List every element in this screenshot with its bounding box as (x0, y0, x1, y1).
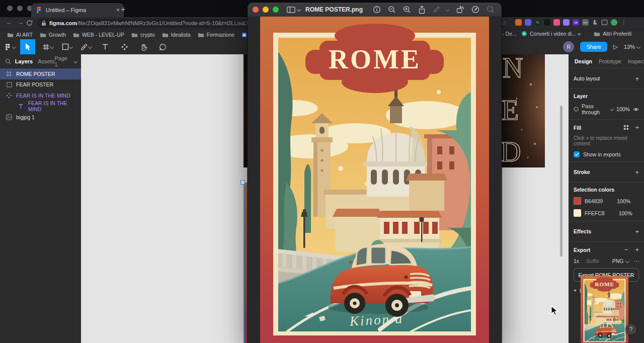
ext-code-icon[interactable]: </> (582, 19, 589, 26)
browser-tab[interactable]: Untitled – Figma × (31, 3, 124, 17)
move-tool[interactable] (20, 39, 35, 54)
browser-menu-icon[interactable]: ⋮ (621, 19, 626, 26)
tab-layers[interactable]: Layers (15, 58, 33, 64)
export-scale-select[interactable]: 1x (574, 258, 579, 264)
bookmark-ai-art[interactable]: AI ART (7, 32, 33, 38)
selection-color-row[interactable]: FFEFC8 100% (574, 209, 639, 217)
bookmarks-overflow-icon[interactable]: » (578, 31, 581, 37)
color-opacity[interactable]: 100% (619, 210, 632, 216)
tab-inspect[interactable]: Inspect (628, 58, 644, 64)
pen-tool[interactable] (78, 39, 94, 54)
checkbox-checked-icon[interactable] (574, 151, 580, 157)
frame-tool[interactable] (40, 39, 55, 54)
blend-mode-select[interactable]: Pass through (582, 103, 613, 115)
ext-cloud-icon[interactable] (563, 19, 570, 26)
markup-pen-icon[interactable] (433, 6, 441, 14)
zoom-menu[interactable]: 13% (624, 44, 640, 50)
layer-row-fear-component[interactable]: FEAR IS IN THE MIND (0, 90, 81, 101)
add-stroke-icon[interactable]: + (635, 168, 639, 176)
bookmark-converti-video[interactable]: Converti i video di... (521, 31, 576, 37)
sidebar-chevron-icon[interactable] (297, 8, 301, 12)
back-icon[interactable]: ← (6, 19, 13, 26)
puzzle-icon[interactable] (592, 19, 598, 26)
share-icon[interactable] (418, 6, 426, 14)
zoom-out-icon[interactable] (388, 6, 396, 14)
bookmark-formazione[interactable]: Formazione (198, 32, 234, 38)
zoom-in-icon[interactable] (403, 6, 411, 14)
color-hex[interactable]: B64839 (585, 198, 603, 204)
info-icon[interactable] (373, 6, 381, 14)
add-fill-icon[interactable]: + (635, 124, 639, 131)
ext-orange-icon[interactable] (515, 19, 522, 26)
page-selector[interactable]: Page 1 (54, 55, 77, 67)
close-window-button[interactable] (7, 6, 13, 11)
user-avatar[interactable]: R (563, 41, 574, 52)
quicklook-titlebar[interactable]: ROME POSTER.png (248, 3, 502, 17)
main-menu-button[interactable] (2, 39, 17, 54)
zoom-traffic-light[interactable] (273, 7, 279, 13)
selection-color-row[interactable]: B64839 100% (574, 197, 639, 205)
ext-key-icon[interactable] (553, 19, 560, 26)
visibility-eye-icon[interactable] (633, 107, 639, 112)
export-format-select[interactable]: PNG (612, 258, 629, 264)
sidebar-toggle-icon[interactable] (287, 7, 295, 13)
share-button[interactable]: Share (580, 42, 607, 52)
bookmark-idealista[interactable]: Idealista (162, 32, 191, 38)
tab-pane-icon[interactable] (601, 19, 608, 26)
add-auto-layout-icon[interactable]: + (635, 75, 639, 82)
reload-icon[interactable] (26, 20, 33, 26)
ext-n-icon[interactable]: N (534, 19, 541, 26)
canvas-scrollbar[interactable] (560, 106, 562, 256)
layer-row-fear-text[interactable]: FEAR IS IN THE MIND (0, 101, 81, 112)
remove-export-icon[interactable]: − (624, 246, 628, 253)
present-icon[interactable]: ▷ (613, 43, 618, 50)
tab-close-icon[interactable]: × (116, 7, 120, 14)
minimize-window-button[interactable] (17, 6, 23, 11)
selection-handle[interactable] (240, 180, 245, 185)
close-traffic-light[interactable] (253, 7, 259, 13)
export-suffix-input[interactable]: Suffix (586, 258, 599, 264)
forward-icon[interactable]: → (17, 19, 24, 26)
resources-tool[interactable] (117, 39, 132, 54)
annotate-icon[interactable] (471, 6, 479, 14)
bookmark-web-level-up[interactable]: WEB - LEVEL-UP (73, 32, 124, 38)
bookmark-growth[interactable]: Growth (40, 32, 66, 38)
fear-poster-fragment[interactable]: N E D (502, 54, 545, 167)
export-more-icon[interactable]: ⋯ (634, 258, 639, 264)
layer-row-fear-poster[interactable]: FEAR POSTER (0, 79, 81, 91)
ext-purple-icon[interactable] (525, 19, 531, 26)
color-swatch[interactable] (574, 197, 581, 205)
bookmark-partial[interactable]: - De... (502, 31, 517, 37)
search-icon[interactable] (5, 58, 11, 64)
bookmark-star-icon[interactable]: ☆ (501, 19, 507, 27)
layer-opacity-input[interactable]: 100% (616, 106, 630, 112)
color-swatch[interactable] (574, 209, 581, 217)
tab-assets[interactable]: Assets (38, 58, 54, 64)
add-effect-icon[interactable]: + (635, 228, 639, 235)
search-icon[interactable] (487, 6, 495, 14)
bookmark-crypto[interactable]: crypto (131, 32, 155, 38)
shape-tool[interactable] (59, 39, 74, 54)
add-export-icon[interactable]: + (635, 246, 639, 253)
color-hex[interactable]: FFEFC8 (585, 210, 605, 216)
layer-row-bigjpg[interactable]: bigjpg 1 (0, 112, 81, 123)
color-opacity[interactable]: 100% (617, 198, 630, 204)
tab-prototype[interactable]: Prototype (599, 58, 621, 64)
ext-h-icon[interactable] (544, 19, 550, 26)
tab-design[interactable]: Design (575, 58, 592, 64)
help-button[interactable]: ? (625, 324, 636, 335)
profile-avatar[interactable] (611, 19, 617, 26)
comment-tool[interactable] (155, 39, 170, 54)
show-in-exports-row[interactable]: Show in exports (574, 151, 639, 157)
minimize-traffic-light[interactable] (263, 7, 269, 13)
other-bookmarks-folder[interactable]: Altri Preferiti (594, 31, 631, 37)
hand-tool[interactable] (136, 39, 151, 54)
markup-chevron-icon[interactable] (445, 8, 449, 12)
rotate-icon[interactable] (456, 6, 464, 14)
ext-badge-icon[interactable]: 16 (573, 19, 579, 26)
quicklook-window[interactable]: ROME POSTER.png (248, 3, 502, 343)
text-tool[interactable] (98, 39, 113, 54)
new-tab-button[interactable]: + (121, 5, 125, 14)
fill-styles-icon[interactable] (623, 125, 629, 130)
layer-row-rome-poster[interactable]: ROME POSTER (0, 68, 81, 79)
